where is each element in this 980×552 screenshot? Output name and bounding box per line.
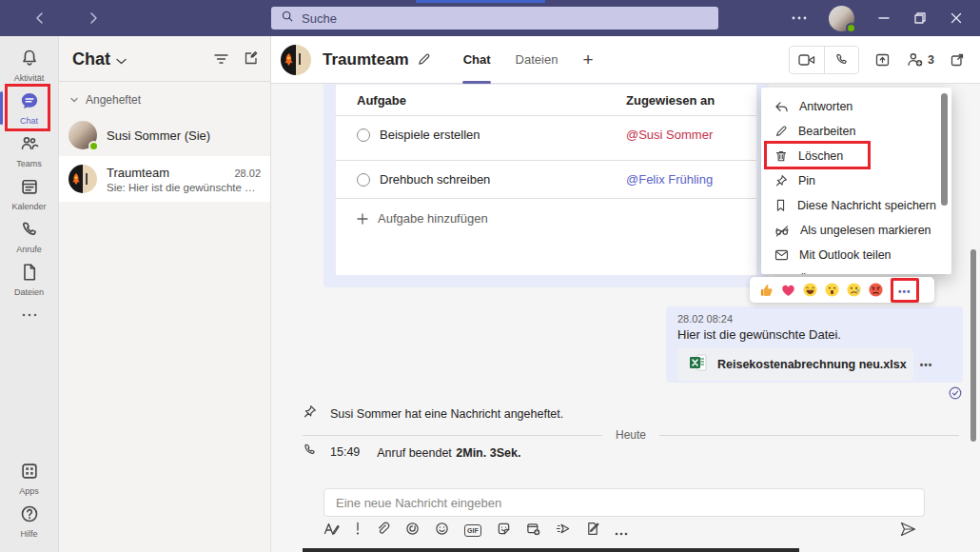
search-bar[interactable] [271,7,718,30]
assignee-mention[interactable]: @Felix Frühling [626,172,713,187]
loop-icon[interactable] [405,522,420,540]
pin-icon [303,404,317,423]
task-row: Drehbuch schreiben @Felix Frühling [336,161,756,199]
menu-item-translate[interactable]: Übersetzen [761,267,951,274]
file-attachment[interactable]: Reisekostenabrechnung neu.xlsx ••• [677,348,913,381]
add-tab-button[interactable]: + [582,36,593,84]
attach-icon[interactable] [376,522,390,540]
chat-list-item-susi[interactable]: Susi Sommer (Sie) [59,114,270,156]
add-task-button[interactable]: Aufgabe hinzufügen [336,199,756,238]
participant-count: 3 [928,53,934,67]
avatar [69,165,97,193]
titlebar-more-icon[interactable] [785,4,813,32]
conversation-avatar [281,45,311,75]
status-available-icon [846,23,856,33]
message-text: Hier ist die gewünschte Datei. [677,327,951,342]
forward-button[interactable] [88,11,99,25]
rail-item-files[interactable]: Dateien [0,258,59,301]
menu-item-delete[interactable]: Löschen [761,144,951,168]
heart-reaction-icon[interactable] [780,282,796,298]
file-more-button[interactable]: ••• [920,360,933,370]
rail-item-chat[interactable]: Chat [0,87,59,129]
minimize-button[interactable] [870,4,898,32]
audio-call-button[interactable] [824,47,858,73]
avatar [69,121,97,149]
more-reactions-button[interactable]: ••• [898,286,911,297]
task-checkbox[interactable] [357,128,370,142]
surprised-reaction-icon[interactable] [824,282,840,298]
task-checkbox[interactable] [357,173,370,187]
task-title: Beispiele erstellen [380,128,480,142]
search-input[interactable] [302,11,709,26]
day-divider-label: Heute [616,428,646,442]
teams-window: Aktivität Chat Teams Kalender Anrufe [0,0,980,552]
tab-files[interactable]: Dateien [516,36,559,84]
menu-item-reply[interactable]: Antworten [761,94,951,119]
add-people-icon[interactable]: 3 [906,51,934,68]
video-call-button[interactable] [790,47,824,73]
calendar-plus-icon[interactable] [526,522,540,540]
conversation-title: Traumteam [323,50,409,69]
format-icon[interactable] [323,522,340,540]
menu-scrollbar[interactable] [941,93,948,206]
send-icon[interactable] [899,521,917,542]
restore-button[interactable] [906,4,934,32]
user-avatar[interactable] [829,6,854,31]
new-chat-icon[interactable] [244,50,259,69]
day-divider: Heute [303,428,959,442]
chat-name: Susi Sommer (Sie) [107,128,210,143]
rail-item-teams[interactable]: Teams [0,129,59,172]
message-input[interactable] [323,488,925,517]
compose-toolbar: GIF [323,522,628,540]
rail-item-label: Anrufe [16,245,42,254]
task-card: Aufgabe Zugewiesen an Beispiele erstelle… [335,84,757,276]
menu-item-share-outlook[interactable]: Mit Outlook teilen [761,243,951,267]
chat-scrollbar[interactable] [970,249,976,442]
phone-icon [303,443,317,461]
gif-icon[interactable]: GIF [464,524,481,537]
tab-chat[interactable]: Chat [463,36,491,84]
thumbs-up-reaction-icon[interactable] [758,282,774,298]
menu-item-mark-unread[interactable]: Als ungelesen markieren [761,218,951,243]
rail-more-icon[interactable] [0,301,59,329]
rail-item-apps[interactable]: Apps [0,457,59,500]
menu-item-save[interactable]: Diese Nachricht speichern [761,193,951,218]
search-icon [281,10,294,27]
pinned-event-text: Susi Sommer hat eine Nachricht angehefte… [330,407,563,421]
rail-item-calendar[interactable]: Kalender [0,172,59,215]
message-bubble-file: 28.02 08:24 Hier ist die gewünschte Date… [666,306,963,383]
rail-item-help[interactable]: Hilfe [0,500,59,542]
importance-icon[interactable] [355,522,361,540]
status-available-icon [88,141,99,151]
call-duration: 2Min. 3Sek. [456,446,520,460]
file-icon [20,263,39,286]
rail-item-calls[interactable]: Anrufe [0,215,59,258]
compose-more-icon[interactable] [615,522,628,540]
calendar-icon [20,177,39,200]
rail-item-label: Kalender [11,202,46,211]
assignee-mention[interactable]: @Susi Sommer [626,128,713,142]
pinned-section-header[interactable]: Angeheftet [59,82,270,114]
chat-list-item-traumteam[interactable]: Traumteam 28.02 Sie: Hier ist die gewüns… [59,156,270,202]
sad-reaction-icon[interactable] [846,282,862,298]
stream-icon[interactable] [556,522,571,540]
menu-item-pin[interactable]: Pin [761,168,951,193]
chevron-down-icon[interactable] [116,51,127,69]
task-title: Drehbuch schreiben [380,172,490,187]
laugh-reaction-icon[interactable] [802,282,818,298]
menu-item-edit[interactable]: Bearbeiten [761,119,951,144]
back-button[interactable] [34,11,46,25]
filter-icon[interactable] [214,51,228,69]
approvals-icon[interactable] [586,522,599,540]
chat-list-panel: Chat Angeheftet Susi Sommer (Sie) [59,36,271,552]
popout-chat-icon[interactable] [950,52,965,68]
sticker-icon[interactable] [497,522,511,540]
rail-item-activity[interactable]: Aktivität [0,44,59,87]
rename-pencil-icon[interactable] [417,52,431,67]
share-screen-icon[interactable] [874,52,891,68]
phone-icon [20,220,39,243]
angry-reaction-icon[interactable] [868,282,884,298]
file-name: Reisekostenabrechnung neu.xlsx [717,358,907,371]
emoji-icon[interactable] [435,522,449,540]
close-button[interactable] [942,4,970,32]
